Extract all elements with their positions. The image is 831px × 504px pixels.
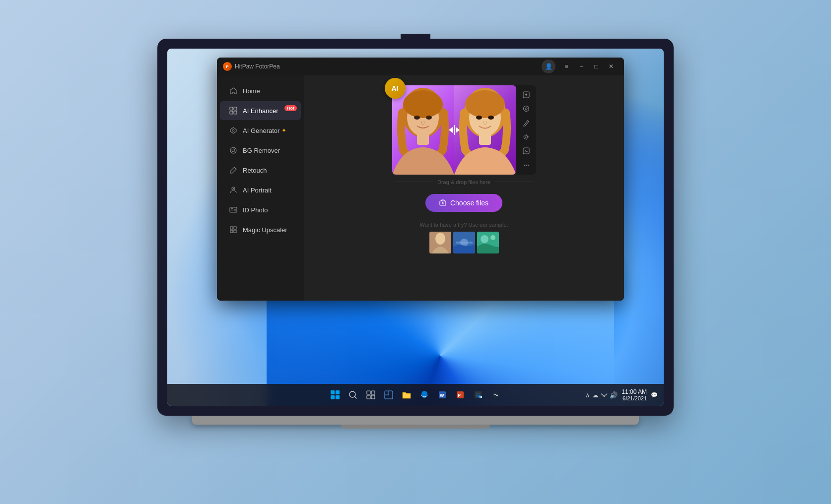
sample-label: Want to have a try? Use our sample. (419, 222, 508, 228)
app-window: P HitPaw FotorPea 👤 ≡ − □ ✕ (217, 58, 624, 301)
laptop-foot (341, 425, 490, 429)
tray-chevron-icon[interactable]: ∧ (585, 391, 590, 399)
taskbar-explorer-button[interactable] (399, 387, 415, 403)
sidebar-item-ai-generator[interactable]: AI Generator ✦ (220, 121, 301, 140)
sidebar-item-magic-upscaler[interactable]: Magic Upscaler (220, 220, 301, 239)
screen-bezel: P HitPaw FotorPea 👤 ≡ − □ ✕ (157, 39, 674, 416)
sidebar-item-ai-portrait[interactable]: AI Portrait (220, 181, 301, 199)
minimize-button[interactable]: − (574, 60, 588, 73)
svg-rect-19 (417, 132, 429, 145)
sidebar-item-retouch[interactable]: Retouch (220, 161, 301, 180)
preview-before (392, 85, 454, 175)
laptop-notch (401, 34, 430, 42)
erase-tool-btn[interactable] (518, 117, 534, 129)
main-panel: AI (304, 75, 624, 301)
taskbar-start-button[interactable] (327, 387, 343, 403)
sidebar-label-ai-generator: AI Generator (243, 127, 279, 134)
taskbar-steam-button[interactable] (488, 387, 504, 403)
sidebar-item-id-photo[interactable]: ID Photo (220, 200, 301, 219)
svg-point-59 (604, 395, 605, 396)
tool-sidebar (516, 85, 536, 175)
ai-enhancer-icon (229, 106, 238, 115)
sidebar-item-bg-remover[interactable]: BG Remover (220, 141, 301, 160)
sidebar-item-ai-enhancer[interactable]: AI Enhancer Hot (220, 101, 301, 120)
sidebar-item-home[interactable]: Home (220, 81, 301, 100)
taskbar-right: ∧ ☁ 🔊 11:00 AM 6/21/20 (585, 388, 658, 401)
svg-point-20 (414, 116, 420, 120)
sidebar: Home AI Enhancer (217, 75, 304, 301)
menu-button[interactable]: ≡ (559, 60, 573, 73)
window-controls: ≡ − □ ✕ (559, 60, 618, 73)
sidebar-label-ai-enhancer: AI Enhancer (243, 107, 278, 115)
sample-thumb-3[interactable] (477, 232, 499, 253)
laptop-base (192, 416, 639, 425)
tray-wifi-icon[interactable] (601, 391, 608, 399)
more-tool-btn[interactable] (518, 159, 534, 172)
sidebar-label-magic-upscaler: Magic Upscaler (243, 226, 287, 234)
taskbar-word-button[interactable]: W (434, 387, 450, 403)
laptop-frame: P HitPaw FotorPea 👤 ≡ − □ ✕ (138, 39, 693, 465)
svg-point-34 (525, 165, 526, 166)
svg-rect-12 (230, 227, 233, 229)
taskbar-edge-button[interactable] (416, 387, 432, 403)
drag-text: Drag & drop files here (433, 179, 494, 185)
tray-volume-icon[interactable]: 🔊 (610, 391, 618, 399)
taskbar-store-button[interactable]: 🛍 (470, 387, 486, 403)
clock-date: 6/21/2021 (622, 395, 647, 401)
sample-images (429, 232, 499, 253)
svg-rect-0 (230, 107, 233, 110)
svg-point-9 (233, 188, 234, 189)
svg-point-45 (349, 391, 355, 397)
svg-point-38 (435, 233, 445, 245)
svg-point-44 (490, 235, 495, 240)
svg-point-7 (232, 149, 235, 152)
effect-tool-btn[interactable] (518, 144, 534, 157)
id-photo-icon (229, 205, 238, 214)
preview-image (392, 85, 516, 175)
taskbar-search-button[interactable] (345, 387, 361, 403)
sample-thumb-1[interactable] (429, 232, 451, 253)
svg-rect-25 (479, 132, 491, 145)
tray-cloud-icon[interactable]: ☁ (592, 391, 599, 399)
svg-rect-3 (234, 111, 237, 114)
hot-badge: Hot (284, 105, 297, 111)
maximize-button[interactable]: □ (589, 60, 603, 73)
svg-marker-4 (230, 127, 236, 133)
taskbar-center: W P (327, 387, 504, 403)
choose-files-button[interactable]: Choose files (425, 194, 502, 212)
svg-point-31 (525, 136, 527, 138)
close-button[interactable]: ✕ (604, 60, 618, 73)
svg-rect-1 (234, 107, 237, 110)
ai-badge: AI (385, 78, 406, 99)
app-logo: P (223, 62, 232, 71)
svg-point-21 (426, 116, 432, 120)
notification-icon[interactable]: 💬 (651, 392, 658, 398)
taskbar-taskview-button[interactable] (363, 387, 379, 403)
sidebar-label-id-photo: ID Photo (243, 206, 268, 214)
home-icon (229, 86, 238, 95)
ai-portrait-icon (229, 186, 238, 194)
split-divider[interactable] (449, 125, 460, 135)
svg-point-35 (527, 165, 528, 166)
taskbar-widgets-button[interactable] (381, 387, 397, 403)
upload-tool-btn[interactable] (518, 88, 534, 101)
app-body: Home AI Enhancer (217, 75, 624, 301)
taskbar-clock[interactable]: 11:00 AM 6/21/2021 (622, 388, 647, 401)
sidebar-label-bg-remover: BG Remover (243, 147, 280, 154)
svg-rect-49 (371, 395, 375, 399)
svg-point-43 (481, 235, 488, 243)
user-icon[interactable]: 👤 (542, 60, 555, 73)
svg-point-6 (230, 147, 236, 153)
svg-text:🛍: 🛍 (480, 395, 483, 398)
adjust-tool-btn[interactable] (518, 130, 534, 143)
sidebar-label-retouch: Retouch (243, 167, 267, 174)
taskbar-powerpoint-button[interactable]: P (452, 387, 468, 403)
svg-text:W: W (440, 393, 444, 398)
laptop-screen: P HitPaw FotorPea 👤 ≡ − □ ✕ (167, 49, 664, 406)
svg-rect-2 (230, 111, 233, 114)
settings-tool-btn[interactable] (518, 102, 534, 115)
sample-thumb-2[interactable] (453, 232, 475, 253)
new-badge: ✦ (281, 127, 286, 134)
preview-after (454, 85, 516, 175)
system-tray-icons: ∧ ☁ 🔊 (585, 391, 618, 399)
